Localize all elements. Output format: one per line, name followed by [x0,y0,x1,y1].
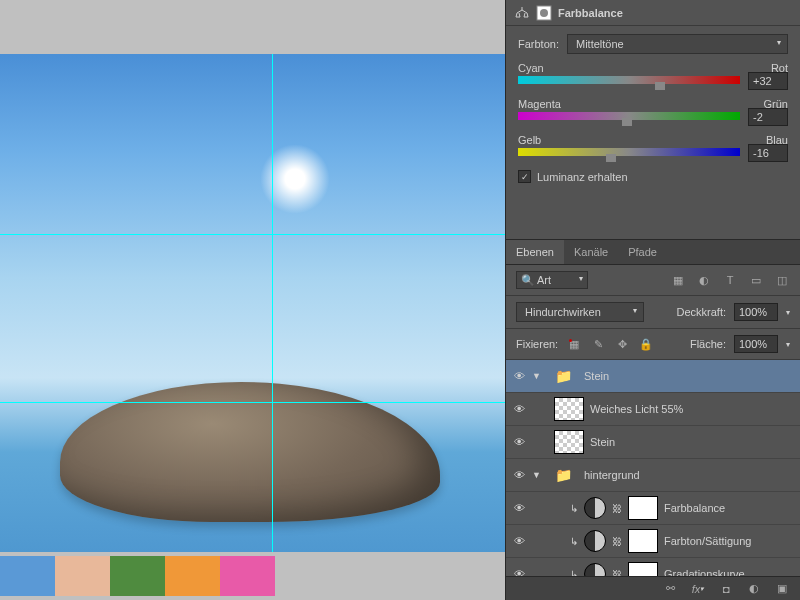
slider-value[interactable]: -2 [748,108,788,126]
filter-adjustment-icon[interactable]: ◐ [696,273,712,287]
visibility-icon[interactable]: 👁 [512,535,526,547]
link-icon: ⛓ [612,536,622,547]
layers-list: 👁▼📁Stein👁Weiches Licht 55%👁Stein👁▼📁hinte… [506,360,800,600]
filter-shape-icon[interactable]: ▭ [748,273,764,287]
color-swatch[interactable] [0,556,55,596]
filter-type-icon[interactable]: T [722,273,738,287]
color-swatches [0,552,505,600]
guide-horizontal[interactable] [0,402,505,403]
new-adjustment-icon[interactable]: ◐ [746,582,762,596]
tab-kanäle[interactable]: Kanäle [564,240,618,264]
color-balance-section: Farbton: Mitteltöne CyanRot +32 MagentaG… [506,26,800,191]
color-balance-header: Farbbalance [506,0,800,26]
visibility-icon[interactable]: 👁 [512,502,526,514]
layer-fx-icon[interactable]: fx▾ [690,582,706,596]
layer-row[interactable]: 👁▼📁Stein [506,360,800,393]
layer-name[interactable]: Farbbalance [664,502,725,514]
color-slider[interactable]: -2 [518,112,740,120]
canvas-area[interactable] [0,54,505,552]
lock-brush-icon[interactable]: ✎ [590,337,606,351]
guide-vertical[interactable] [272,54,273,552]
layer-row[interactable]: 👁Weiches Licht 55% [506,393,800,426]
fill-label: Fläche: [690,338,726,350]
balance-icon [514,5,530,21]
visibility-icon[interactable]: 👁 [512,403,526,415]
right-panel: Farbbalance Farbton: Mitteltöne CyanRot … [505,0,800,600]
slider-left-label: Gelb [518,134,541,146]
layer-row[interactable]: 👁↳⛓Farbton/Sättigung [506,525,800,558]
checkbox-icon: ✓ [518,170,531,183]
filter-image-icon[interactable]: ▦ [670,273,686,287]
layer-row[interactable]: 👁▼📁hintergrund [506,459,800,492]
layer-row[interactable]: 👁↳⛓Farbbalance [506,492,800,525]
link-layers-icon[interactable]: ⚯ [662,582,678,596]
color-swatch[interactable] [220,556,275,596]
guide-horizontal[interactable] [0,234,505,235]
adjustment-icon [584,497,606,519]
opacity-label: Deckkraft: [676,306,726,318]
group-toggle-icon[interactable]: ▼ [532,470,542,480]
layer-filter-select[interactable]: 🔍 Art ▾ [516,271,588,289]
color-slider[interactable]: -16 [518,148,740,156]
visibility-icon[interactable]: 👁 [512,370,526,382]
preserve-luminosity-label: Luminanz erhalten [537,171,628,183]
slider-left-label: Magenta [518,98,561,110]
color-swatch[interactable] [110,556,165,596]
lock-pixels-icon[interactable]: ▦ [566,337,582,351]
folder-icon: 📁 [548,364,578,388]
slider-thumb[interactable] [606,154,616,162]
lock-all-icon[interactable]: 🔒 [638,337,654,351]
mask-icon [536,5,552,21]
filter-smart-icon[interactable]: ◫ [774,273,790,287]
slider-value[interactable]: +32 [748,72,788,90]
layer-name[interactable]: Weiches Licht 55% [590,403,683,415]
new-group-icon[interactable]: ▣ [774,582,790,596]
tone-label: Farbton: [518,38,559,50]
canvas-sun [260,144,330,214]
layer-row[interactable]: 👁Stein [506,426,800,459]
layers-tabs: EbenenKanälePfade [506,239,800,265]
clip-icon: ↳ [570,536,578,547]
opacity-input[interactable]: 100% [734,303,778,321]
canvas-rock [60,382,440,522]
clip-icon: ↳ [570,503,578,514]
layer-thumbnail[interactable] [554,397,584,421]
slider-thumb[interactable] [655,82,665,90]
tab-pfade[interactable]: Pfade [618,240,667,264]
lock-position-icon[interactable]: ✥ [614,337,630,351]
color-swatch[interactable] [165,556,220,596]
layer-name[interactable]: Farbton/Sättigung [664,535,751,547]
adjustment-icon [584,530,606,552]
color-swatch[interactable] [55,556,110,596]
tab-ebenen[interactable]: Ebenen [506,240,564,264]
color-slider[interactable]: +32 [518,76,740,84]
layer-name[interactable]: Stein [590,436,615,448]
add-mask-icon[interactable]: ◘ [718,582,734,596]
preserve-luminosity-checkbox[interactable]: ✓ Luminanz erhalten [518,170,788,183]
panel-title: Farbbalance [558,7,623,19]
fill-input[interactable]: 100% [734,335,778,353]
svg-point-1 [540,9,548,17]
group-toggle-icon[interactable]: ▼ [532,371,542,381]
tone-select[interactable]: Mitteltöne [567,34,788,54]
slider-value[interactable]: -16 [748,144,788,162]
lock-label: Fixieren: [516,338,558,350]
link-icon: ⛓ [612,503,622,514]
visibility-icon[interactable]: 👁 [512,436,526,448]
layer-thumbnail[interactable] [554,430,584,454]
layer-name[interactable]: Stein [584,370,609,382]
slider-thumb[interactable] [622,118,632,126]
layer-name[interactable]: hintergrund [584,469,640,481]
layer-mask[interactable] [628,496,658,520]
layers-filter-bar: 🔍 Art ▾ ▦ ◐ T ▭ ◫ [506,265,800,296]
layer-mask[interactable] [628,529,658,553]
visibility-icon[interactable]: 👁 [512,469,526,481]
blend-mode-select[interactable]: Hindurchwirken [516,302,644,322]
layers-bottom-bar: ⚯ fx▾ ◘ ◐ ▣ [506,576,800,600]
slider-left-label: Cyan [518,62,544,74]
folder-icon: 📁 [548,463,578,487]
